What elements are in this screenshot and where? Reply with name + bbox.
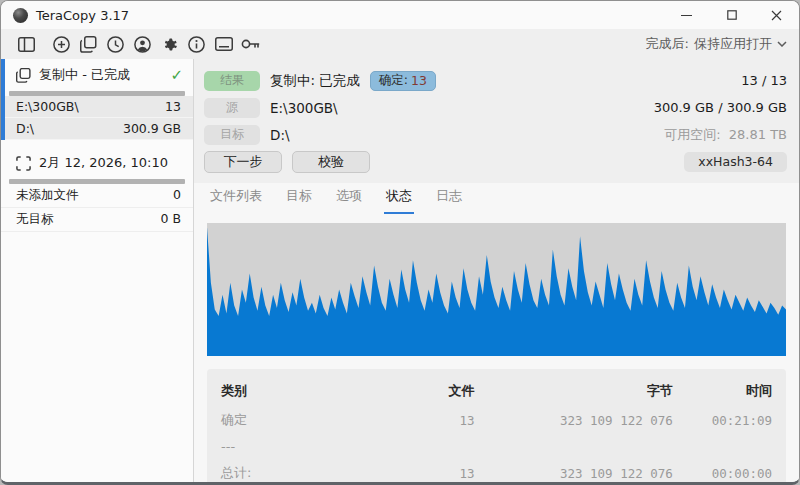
tab-status[interactable]: 状态	[384, 187, 414, 214]
status-panel: 类别 文件 字节 时间 确定 13 323 109 122 076	[194, 214, 799, 482]
after-finish-value: 保持应用打开	[694, 35, 772, 53]
target-path: D:\	[270, 127, 290, 143]
target-pill[interactable]: 目标	[204, 125, 260, 145]
stats-row-total: 总计: 13 323 109 122 076 00:00:00	[221, 460, 772, 485]
task-item-current[interactable]: 复制中 - 已完成 ✓ E:\300GB\13 D:\300.9 GB	[1, 59, 193, 140]
window-title: TeraCopy 3.17	[36, 8, 129, 23]
license-card-icon[interactable]	[210, 31, 237, 57]
info-icon[interactable]	[183, 31, 210, 57]
minimize-button[interactable]	[664, 1, 709, 29]
task-target-row: D:\300.9 GB	[1, 118, 193, 140]
size-progress: 300.9 GB / 300.9 GB	[654, 100, 787, 115]
speed-chart	[207, 223, 786, 356]
free-space: 可用空间: 28.81 TB	[654, 126, 787, 144]
tab-file-list[interactable]: 文件列表	[208, 187, 264, 214]
copy-icon	[16, 68, 31, 83]
tab-options[interactable]: 选项	[334, 187, 364, 214]
tab-target[interactable]: 目标	[284, 187, 314, 214]
target-corners-icon	[16, 156, 31, 171]
app-logo-icon	[13, 8, 28, 23]
task-title: 2月 12, 2026, 10:10	[39, 154, 168, 172]
settings-gear-icon[interactable]	[156, 31, 183, 57]
stats-row-divider: ---	[221, 435, 772, 460]
task-separator	[1, 140, 193, 147]
col-time: 时间	[673, 377, 772, 407]
task-target-row: 无目标0 B	[1, 208, 193, 232]
task-title: 复制中 - 已完成	[39, 66, 130, 84]
maximize-button[interactable]	[709, 1, 754, 29]
after-finish-label: 完成后:	[646, 35, 689, 53]
sidebar: 复制中 - 已完成 ✓ E:\300GB\13 D:\300.9 GB	[1, 59, 194, 482]
hash-algorithm-button[interactable]: xxHash3-64	[684, 152, 787, 172]
speed-chart-svg	[207, 223, 786, 356]
source-pill[interactable]: 源	[204, 98, 260, 118]
add-icon[interactable]	[48, 31, 75, 57]
account-icon[interactable]	[129, 31, 156, 57]
task-item-new[interactable]: 2月 12, 2026, 10:10 未添加文件0 无目标0 B	[1, 147, 193, 232]
verify-button[interactable]: 校验	[292, 151, 370, 173]
stats-table: 类别 文件 字节 时间 确定 13 323 109 122 076	[207, 369, 786, 485]
sidebar-toggle-icon[interactable]	[13, 31, 40, 57]
after-finish-dropdown[interactable]: 完成后: 保持应用打开	[646, 35, 787, 53]
stats-header-row: 类别 文件 字节 时间	[221, 377, 772, 407]
tab-log[interactable]: 日志	[434, 187, 464, 214]
source-path: E:\300GB\	[270, 100, 338, 116]
task-source-row: E:\300GB\13	[1, 96, 193, 118]
files-progress: 13 / 13	[654, 73, 787, 88]
chevron-down-icon	[777, 41, 787, 47]
titlebar: TeraCopy 3.17	[1, 1, 799, 29]
history-icon[interactable]	[102, 31, 129, 57]
result-pill[interactable]: 结果	[204, 71, 260, 91]
tab-bar: 文件列表 目标 选项 状态 日志	[194, 183, 799, 214]
toolbar: 完成后: 保持应用打开	[1, 29, 799, 59]
task-done-check-icon: ✓	[170, 66, 183, 84]
col-category: 类别	[221, 377, 386, 407]
task-files-row: 未添加文件0	[1, 184, 193, 208]
col-bytes: 字节	[474, 377, 672, 407]
stats-row-confirmed: 确定 13 323 109 122 076 00:21:09	[221, 407, 772, 435]
close-button[interactable]	[754, 1, 799, 29]
key-icon[interactable]	[237, 31, 264, 57]
operation-header: 结果 复制中: 已完成 确定:13 13 / 13 源 E:\300GB\ 30…	[194, 59, 799, 183]
col-files: 文件	[386, 377, 474, 407]
teracopy-window: TeraCopy 3.17	[0, 0, 800, 485]
next-button[interactable]: 下一步	[204, 151, 282, 173]
copy-icon[interactable]	[75, 31, 102, 57]
confirmed-badge[interactable]: 确定:13	[370, 71, 436, 91]
operation-status: 复制中: 已完成	[270, 72, 360, 90]
